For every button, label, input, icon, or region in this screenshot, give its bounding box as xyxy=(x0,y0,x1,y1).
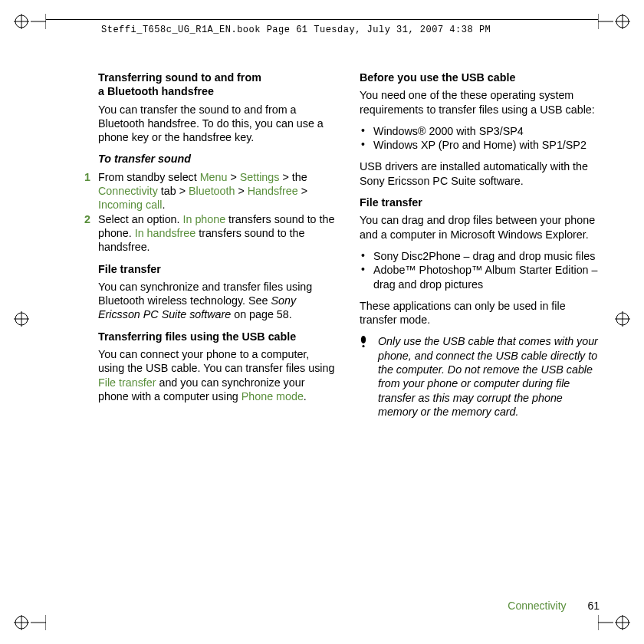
header-filename: Steffi_T658c_UG_R1A_EN.book Page 61 Tues… xyxy=(101,25,491,35)
menu-path: Connectivity xyxy=(98,185,158,197)
heading-to-transfer: To transfer sound xyxy=(98,152,338,166)
menu-path: In handsfree xyxy=(135,227,196,239)
list-item: Adobe™ Photoshop™ Album Starter Edition … xyxy=(360,263,600,291)
page-footer: Connectivity 61 xyxy=(508,600,600,612)
text: . xyxy=(162,199,165,211)
paragraph: You need one of the these operating syst… xyxy=(360,88,600,117)
header-rule xyxy=(46,19,598,20)
menu-path: Bluetooth xyxy=(189,185,235,197)
step-2: 2 Select an option. In phone transfers s… xyxy=(98,212,338,255)
right-column: Before you use the USB cable You need on… xyxy=(360,71,600,419)
page-content: Transferring sound to and from a Bluetoo… xyxy=(98,71,600,419)
heading-before-usb: Before you use the USB cable xyxy=(360,71,600,84)
crop-mark-mid-right xyxy=(615,311,630,327)
text: . xyxy=(304,390,307,402)
text: From standby select xyxy=(98,171,200,183)
os-list: Windows® 2000 with SP3/SP4 Windows XP (P… xyxy=(360,124,600,153)
heading-file-transfer-right: File transfer xyxy=(360,196,600,209)
paragraph: You can synchronize and transfer files u… xyxy=(98,280,338,322)
text: Select an option. xyxy=(98,213,182,225)
left-column: Transferring sound to and from a Bluetoo… xyxy=(98,71,338,419)
svg-point-26 xyxy=(361,336,366,343)
menu-path: Handsfree xyxy=(248,185,298,197)
text: > the xyxy=(279,171,307,183)
heading-file-transfer: File transfer xyxy=(98,262,338,276)
steps-list: 1 From standby select Menu > Settings > … xyxy=(98,170,338,255)
text: > xyxy=(227,171,239,183)
heading-transfer-sound: Transferring sound to and from a Bluetoo… xyxy=(98,71,338,99)
app-list: Sony Disc2Phone – drag and drop music fi… xyxy=(360,249,600,291)
paragraph: USB drivers are installed automatically … xyxy=(360,159,600,188)
crop-mark-bottom-right xyxy=(598,615,630,630)
text: You can connect your phone to a computer… xyxy=(98,348,334,374)
paragraph: These applications can only be used in f… xyxy=(360,299,600,327)
text: on page 58. xyxy=(231,308,292,320)
footer-section: Connectivity xyxy=(508,600,566,612)
list-item: Windows XP (Pro and Home) with SP1/SP2 xyxy=(360,138,600,152)
text: > xyxy=(235,185,247,197)
text: Transferring sound to and from xyxy=(98,71,261,84)
step-number: 2 xyxy=(84,212,90,226)
warning-text: Only use the USB cable that comes with y… xyxy=(378,334,600,419)
list-item: Sony Disc2Phone – drag and drop music fi… xyxy=(360,249,600,263)
warning-note: Only use the USB cable that comes with y… xyxy=(360,334,600,419)
crop-mark-bottom-left xyxy=(14,615,46,630)
text: a Bluetooth handsfree xyxy=(98,85,214,97)
text: tab > xyxy=(158,185,189,197)
warning-icon xyxy=(360,336,370,419)
list-item: Windows® 2000 with SP3/SP4 xyxy=(360,124,600,138)
menu-path: File transfer xyxy=(98,376,156,389)
step-body: Select an option. In phone transfers sou… xyxy=(98,212,338,255)
menu-path: Settings xyxy=(240,171,280,183)
menu-path: Phone mode xyxy=(242,390,304,402)
crop-mark-mid-left xyxy=(14,311,29,327)
menu-path: In phone xyxy=(182,213,225,225)
step-1: 1 From standby select Menu > Settings > … xyxy=(98,170,338,212)
text: > xyxy=(298,185,307,197)
step-body: From standby select Menu > Settings > th… xyxy=(98,170,338,212)
paragraph: You can connect your phone to a computer… xyxy=(98,347,338,403)
footer-page-number: 61 xyxy=(587,600,600,612)
heading-usb-transfer: Transferring files using the USB cable xyxy=(98,330,338,343)
paragraph: You can transfer the sound to and from a… xyxy=(98,103,338,145)
menu-path: Incoming call xyxy=(98,199,162,211)
crop-mark-top-left xyxy=(14,14,46,29)
svg-point-27 xyxy=(362,345,364,347)
menu-path: Menu xyxy=(200,171,228,183)
step-number: 1 xyxy=(84,170,90,184)
crop-mark-top-right xyxy=(598,14,630,29)
paragraph: You can drag and drop files between your… xyxy=(360,213,600,242)
